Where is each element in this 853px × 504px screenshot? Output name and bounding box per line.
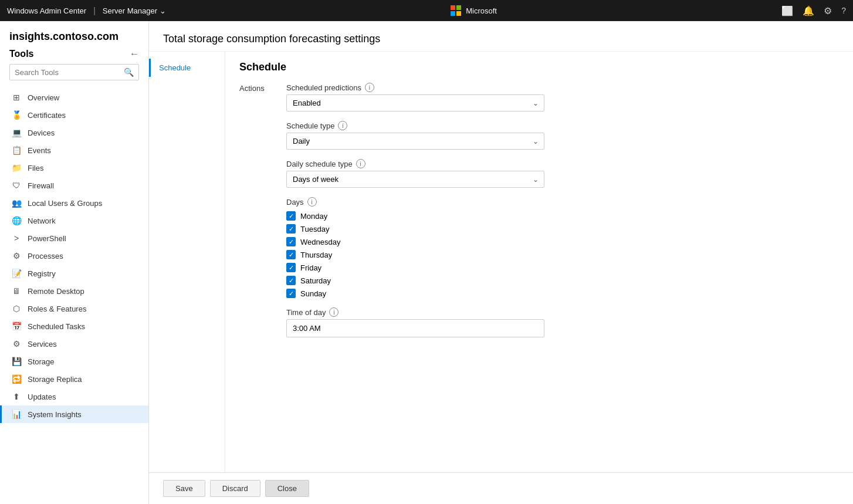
schedule-type-select-wrapper: DailyWeeklyMonthly ⌄ xyxy=(286,133,544,150)
day-label-saturday: Saturday xyxy=(300,276,331,285)
day-item-friday: ✓ Friday xyxy=(286,263,839,272)
day-checkbox-tuesday[interactable]: ✓ xyxy=(286,224,296,234)
server-name: insights.contoso.com xyxy=(9,31,139,43)
sidebar-item-services[interactable]: ⚙Services xyxy=(0,335,148,353)
search-button[interactable]: 🔍 xyxy=(119,65,138,80)
schedule-type-info-icon: i xyxy=(338,121,347,130)
sidebar-item-remote-desktop[interactable]: 🖥Remote Desktop xyxy=(0,282,148,300)
day-item-tuesday: ✓ Tuesday xyxy=(286,224,839,234)
sidebar-item-files[interactable]: 📁Files xyxy=(0,159,148,177)
sidebar-item-updates[interactable]: ⬆Updates xyxy=(0,388,148,405)
nav-label-events: Events xyxy=(28,146,51,155)
nav-icon-powershell: > xyxy=(11,234,22,243)
close-button[interactable]: Close xyxy=(265,480,309,497)
day-label-tuesday: Tuesday xyxy=(300,225,329,234)
nav-label-services: Services xyxy=(28,340,57,349)
day-checkbox-wednesday[interactable]: ✓ xyxy=(286,237,296,246)
schedule-type-select[interactable]: DailyWeeklyMonthly xyxy=(286,133,544,150)
nav-label-processes: Processes xyxy=(28,252,63,261)
days-label: Days i xyxy=(286,197,839,207)
sidebar-item-powershell[interactable]: >PowerShell xyxy=(0,229,148,247)
nav-label-registry: Registry xyxy=(28,269,56,278)
day-checkbox-monday[interactable]: ✓ xyxy=(286,211,296,221)
nav-label-system-insights: System Insights xyxy=(28,410,82,419)
topbar-separator: | xyxy=(93,6,96,15)
day-item-monday: ✓ Monday xyxy=(286,211,839,221)
nav-icon-remote-desktop: 🖥 xyxy=(11,286,22,296)
topbar-brand: Microsoft xyxy=(451,5,497,16)
sidebar-item-firewall[interactable]: 🛡Firewall xyxy=(0,177,148,194)
day-checkbox-thursday[interactable]: ✓ xyxy=(286,250,296,259)
discard-button[interactable]: Discard xyxy=(210,480,260,497)
nav-icon-registry: 📝 xyxy=(11,269,22,278)
sidebar-header: insights.contoso.com Tools ← 🔍 xyxy=(0,21,148,89)
day-checkbox-saturday[interactable]: ✓ xyxy=(286,276,296,285)
sidebar-item-registry[interactable]: 📝Registry xyxy=(0,265,148,282)
day-label-friday: Friday xyxy=(300,263,321,272)
sidebar-item-system-insights[interactable]: 📊System Insights xyxy=(0,405,148,423)
microsoft-logo xyxy=(451,5,461,16)
daily-schedule-type-select[interactable]: Days of weekEvery dayWeekdays xyxy=(286,171,544,188)
schedule-type-group: Schedule type i DailyWeeklyMonthly ⌄ xyxy=(286,121,544,150)
brand-label: Microsoft xyxy=(466,6,497,15)
nav-label-roles-features: Roles & Features xyxy=(28,305,86,313)
sidebar-item-overview[interactable]: ⊞Overview xyxy=(0,89,148,106)
day-item-saturday: ✓ Saturday xyxy=(286,276,839,285)
scheduled-predictions-info-icon: i xyxy=(365,83,374,92)
nav-label-updates: Updates xyxy=(28,393,56,401)
sidebar-item-storage[interactable]: 💾Storage xyxy=(0,353,148,370)
schedule-section-title: Schedule xyxy=(239,61,839,73)
sidebar-search[interactable]: 🔍 xyxy=(9,64,139,80)
topbar: Windows Admin Center | Server Manager ⌄ … xyxy=(0,0,853,21)
nav-icon-devices: 💻 xyxy=(11,128,22,137)
app-title: Windows Admin Center xyxy=(7,6,86,15)
nav-label-network: Network xyxy=(28,217,56,225)
nav-icon-processes: ⚙ xyxy=(11,251,22,261)
sidebar-item-scheduled-tasks[interactable]: 📅Scheduled Tasks xyxy=(0,317,148,335)
nav-icon-firewall: 🛡 xyxy=(11,181,22,190)
nav-icon-roles-features: ⬡ xyxy=(11,304,22,313)
actions-label: Actions xyxy=(239,83,286,347)
schedule-type-label: Schedule type i xyxy=(286,121,544,130)
bell-icon[interactable]: 🔔 xyxy=(803,5,814,16)
form-fields: Scheduled predictions i EnabledDisabled … xyxy=(286,83,839,347)
scheduled-predictions-select-wrapper: EnabledDisabled ⌄ xyxy=(286,94,544,111)
actions-row: Actions Scheduled predictions i EnabledD… xyxy=(239,83,839,347)
daily-schedule-type-select-wrapper: Days of weekEvery dayWeekdays ⌄ xyxy=(286,171,544,188)
time-of-day-input[interactable] xyxy=(286,319,544,337)
content-sidenav: Schedule xyxy=(149,52,225,472)
sidebar-item-processes[interactable]: ⚙Processes xyxy=(0,247,148,265)
topbar-left: Windows Admin Center | Server Manager ⌄ xyxy=(7,6,166,15)
help-icon[interactable]: ? xyxy=(841,6,846,15)
sidebar-item-certificates[interactable]: 🏅Certificates xyxy=(0,106,148,124)
nav-icon-scheduled-tasks: 📅 xyxy=(11,322,22,331)
sidebar-nav: ⊞Overview🏅Certificates💻Devices📋Events📁Fi… xyxy=(0,89,148,504)
nav-icon-system-insights: 📊 xyxy=(11,410,22,419)
sidebar-item-events[interactable]: 📋Events xyxy=(0,141,148,159)
server-manager-button[interactable]: Server Manager ⌄ xyxy=(103,6,166,15)
time-of-day-label: Time of day i xyxy=(286,307,544,317)
display-icon[interactable]: ⬜ xyxy=(781,5,793,16)
content-body: Schedule Schedule Actions Scheduled pred… xyxy=(149,52,853,472)
day-checkbox-sunday[interactable]: ✓ xyxy=(286,289,296,298)
days-info-icon: i xyxy=(307,197,317,207)
sidebar-item-local-users-groups[interactable]: 👥Local Users & Groups xyxy=(0,194,148,212)
sidebar-close-button[interactable]: ← xyxy=(130,49,139,59)
search-input[interactable] xyxy=(10,65,119,80)
nav-icon-storage-replica: 🔁 xyxy=(11,374,22,384)
form-footer: Save Discard Close xyxy=(149,472,853,504)
sidebar-item-roles-features[interactable]: ⬡Roles & Features xyxy=(0,300,148,317)
gear-icon[interactable]: ⚙ xyxy=(824,5,832,16)
topbar-right: ⬜ 🔔 ⚙ ? xyxy=(781,5,846,16)
save-button[interactable]: Save xyxy=(163,480,205,497)
scheduled-predictions-select[interactable]: EnabledDisabled xyxy=(286,94,544,111)
sidebar-item-storage-replica[interactable]: 🔁Storage Replica xyxy=(0,370,148,388)
content-nav-item-schedule[interactable]: Schedule xyxy=(149,59,225,77)
day-item-sunday: ✓ Sunday xyxy=(286,289,839,298)
day-checkbox-friday[interactable]: ✓ xyxy=(286,263,296,272)
sidebar-item-network[interactable]: 🌐Network xyxy=(0,212,148,229)
time-of-day-group: Time of day i xyxy=(286,307,544,337)
nav-icon-files: 📁 xyxy=(11,163,22,172)
nav-icon-certificates: 🏅 xyxy=(11,110,22,120)
sidebar-item-devices[interactable]: 💻Devices xyxy=(0,124,148,141)
